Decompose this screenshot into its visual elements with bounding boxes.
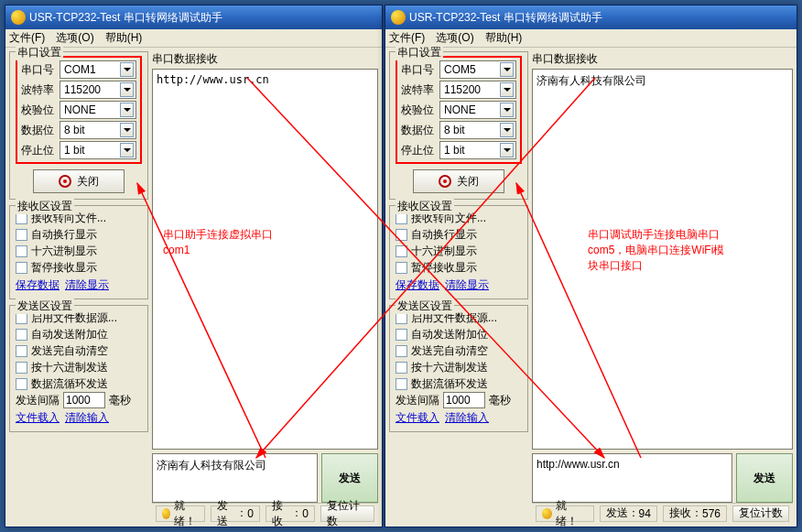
- stopbits-select[interactable]: 1 bit: [60, 141, 136, 159]
- send-opt-1: 自动发送附加位: [411, 327, 488, 342]
- checkbox[interactable]: [16, 245, 27, 257]
- stopbits-value: 1 bit: [64, 144, 85, 157]
- port-label: 串口号: [21, 62, 54, 78]
- checkbox[interactable]: [396, 362, 407, 374]
- interval-value: 1000: [66, 394, 91, 407]
- chevron-down-icon: [120, 82, 134, 97]
- record-icon: [439, 175, 451, 188]
- port-select[interactable]: COM5: [439, 60, 516, 79]
- save-data-link[interactable]: 保存数据: [16, 277, 60, 293]
- window-title: USR-TCP232-Test 串口转网络调试助手: [409, 10, 602, 26]
- serial-settings-redbox: 串口号 COM1 波特率 115200 校验位 NONE 数据位 8 bit 停…: [16, 56, 142, 164]
- window-left: USR-TCP232-Test 串口转网络调试助手 文件(F) 选项(O) 帮助…: [5, 5, 383, 527]
- clear-input-link[interactable]: 清除输入: [65, 410, 109, 426]
- send-settings-legend: 发送区设置: [396, 299, 454, 314]
- parity-select[interactable]: NONE: [60, 101, 136, 119]
- checkbox[interactable]: [16, 362, 27, 374]
- titlebar[interactable]: USR-TCP232-Test 串口转网络调试助手: [385, 5, 797, 29]
- recv-settings-legend: 接收区设置: [396, 199, 454, 214]
- chevron-down-icon: [120, 62, 134, 77]
- databits-label: 数据位: [21, 123, 54, 138]
- parity-select[interactable]: NONE: [439, 101, 516, 119]
- app-icon: [11, 10, 26, 25]
- checkbox[interactable]: [16, 345, 27, 357]
- send-button[interactable]: 发送: [736, 453, 793, 503]
- status-send: 发送：0: [211, 505, 260, 522]
- checkbox[interactable]: [16, 262, 27, 274]
- send-opt-2: 发送完自动清空: [411, 343, 488, 359]
- recv-opt-1: 自动换行显示: [31, 227, 97, 243]
- send-button[interactable]: 发送: [321, 453, 378, 503]
- parity-value: NONE: [444, 103, 476, 116]
- checkbox[interactable]: [16, 329, 27, 341]
- recv-textarea[interactable]: http://www.usr.cn: [152, 69, 378, 450]
- send-settings-group: 发送区设置 启用文件数据源... 自动发送附加位 发送完自动清空 按十六进制发送…: [9, 305, 148, 432]
- baud-value: 115200: [444, 83, 481, 96]
- window-title: USR-TCP232-Test 串口转网络调试助手: [29, 10, 222, 26]
- stopbits-label: 停止位: [21, 143, 54, 158]
- checkbox[interactable]: [16, 378, 27, 390]
- recv-settings-group: 接收区设置 接收转向文件... 自动换行显示 十六进制显示 暂停接收显示 保存数…: [9, 205, 148, 299]
- send-settings-legend: 发送区设置: [16, 299, 74, 314]
- file-load-link[interactable]: 文件载入: [16, 410, 60, 426]
- reset-count-button[interactable]: 复位计数: [732, 505, 789, 522]
- interval-unit: 毫秒: [109, 393, 131, 408]
- checkbox[interactable]: [396, 245, 407, 257]
- checkbox[interactable]: [396, 229, 407, 241]
- menu-options[interactable]: 选项(O): [56, 30, 93, 46]
- checkbox[interactable]: [396, 262, 407, 274]
- checkbox[interactable]: [16, 229, 27, 241]
- interval-label: 发送间隔: [396, 393, 439, 408]
- interval-label: 发送间隔: [16, 393, 60, 408]
- send-textarea[interactable]: http://www.usr.cn: [532, 453, 732, 503]
- close-button[interactable]: 关闭: [413, 169, 504, 193]
- recv-opt-3: 暂停接收显示: [31, 260, 97, 276]
- menu-file[interactable]: 文件(F): [9, 30, 45, 46]
- save-data-link[interactable]: 保存数据: [396, 277, 439, 293]
- baud-value: 115200: [64, 83, 101, 96]
- recv-textarea[interactable]: 济南有人科技有限公司: [532, 69, 793, 450]
- reset-count-button[interactable]: 复位计数: [320, 505, 374, 522]
- serial-settings-legend: 串口设置: [396, 45, 443, 60]
- interval-value: 1000: [446, 394, 471, 407]
- menu-help[interactable]: 帮助(H): [485, 30, 523, 46]
- checkbox[interactable]: [396, 378, 407, 390]
- baud-label: 波特率: [21, 82, 54, 98]
- clear-recv-link[interactable]: 清除显示: [445, 277, 489, 293]
- baud-label: 波特率: [401, 82, 434, 98]
- file-load-link[interactable]: 文件载入: [396, 410, 439, 426]
- port-value: COM5: [444, 63, 476, 76]
- record-icon: [59, 175, 71, 188]
- port-value: COM1: [64, 63, 96, 76]
- recv-opt-2: 十六进制显示: [31, 244, 97, 259]
- parity-label: 校验位: [401, 103, 434, 118]
- ready-icon: [162, 508, 170, 519]
- window-right: USR-TCP232-Test 串口转网络调试助手 文件(F) 选项(O) 帮助…: [385, 5, 797, 527]
- interval-input[interactable]: 1000: [63, 392, 105, 408]
- menu-options[interactable]: 选项(O): [436, 30, 473, 46]
- menubar: 文件(F) 选项(O) 帮助(H): [385, 29, 797, 48]
- close-button[interactable]: 关闭: [33, 169, 125, 193]
- checkbox[interactable]: [396, 329, 407, 341]
- port-select[interactable]: COM1: [60, 60, 136, 79]
- checkbox[interactable]: [396, 345, 407, 357]
- stopbits-label: 停止位: [401, 143, 434, 158]
- send-textarea[interactable]: 济南有人科技有限公司: [152, 453, 318, 503]
- menu-help[interactable]: 帮助(H): [105, 30, 143, 46]
- databits-select[interactable]: 8 bit: [60, 121, 136, 139]
- port-label: 串口号: [401, 62, 434, 78]
- ready-icon: [542, 508, 552, 519]
- clear-input-link[interactable]: 清除输入: [445, 410, 489, 426]
- interval-input[interactable]: 1000: [443, 392, 485, 408]
- titlebar[interactable]: USR-TCP232-Test 串口转网络调试助手: [5, 5, 382, 29]
- baud-select[interactable]: 115200: [60, 81, 136, 99]
- databits-value: 8 bit: [64, 124, 85, 136]
- status-ready: 就绪！: [536, 505, 594, 522]
- clear-recv-link[interactable]: 清除显示: [65, 277, 109, 293]
- menu-file[interactable]: 文件(F): [389, 30, 425, 46]
- stopbits-select[interactable]: 1 bit: [439, 141, 516, 159]
- status-recv: 接收：0: [266, 505, 315, 522]
- baud-select[interactable]: 115200: [439, 81, 516, 99]
- databits-select[interactable]: 8 bit: [439, 121, 516, 139]
- recv-opt-2: 十六进制显示: [411, 244, 477, 259]
